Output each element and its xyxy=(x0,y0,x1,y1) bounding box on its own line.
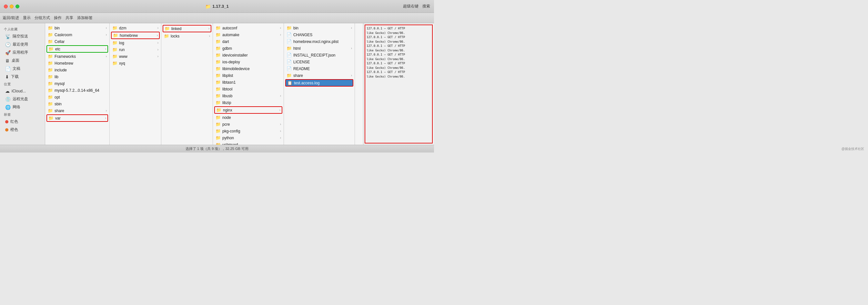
list-item[interactable]: 📁 automake › xyxy=(213,31,284,38)
list-item[interactable]: 📁 libusb › xyxy=(213,92,284,99)
list-item[interactable]: 📁 Homebrew xyxy=(45,60,110,66)
folder-icon: 📁 xyxy=(216,39,221,44)
folder-icon: 📁 xyxy=(48,32,53,37)
list-item[interactable]: 📄 README xyxy=(284,65,354,72)
search-button[interactable]: 搜索 xyxy=(423,4,430,9)
list-item[interactable]: 📄 INSTALL_RECEIPT.json xyxy=(284,52,354,58)
list-item[interactable]: 📁 bin › xyxy=(45,25,110,31)
preview-line: like Gecko) Chrome/86. xyxy=(367,57,431,62)
sidebar-item-downloads[interactable]: ⬇ 下载 xyxy=(1,73,43,81)
list-item-nginx[interactable]: 📁 nginx › xyxy=(214,106,282,114)
list-item[interactable]: 📁 locks › xyxy=(161,33,213,39)
sidebar-item-recents[interactable]: 🕐 最近使用 xyxy=(1,40,43,49)
sidebar-item-icloud[interactable]: ☁ iCloud... xyxy=(1,87,43,95)
list-item[interactable]: 📁 Frameworks › xyxy=(45,53,110,60)
folder-icon: 📁 xyxy=(216,142,221,145)
list-item[interactable]: 📁 libimobiledevice xyxy=(213,65,284,72)
list-item[interactable]: 📁 html › xyxy=(284,45,354,52)
sidebar-item-tag-orange[interactable]: 橙色 xyxy=(1,126,43,134)
list-item[interactable]: 📁 lib xyxy=(45,73,110,80)
folder-icon: 📁 xyxy=(216,135,221,140)
list-item-etc[interactable]: 📁 etc › xyxy=(46,45,108,53)
share-button[interactable]: 共享 xyxy=(65,15,73,21)
fullscreen-button[interactable] xyxy=(16,4,19,8)
folder-icon: 📁 xyxy=(112,26,118,30)
list-item[interactable]: 📁 pcre › xyxy=(213,121,284,128)
folder-icon: 📁 xyxy=(216,66,221,71)
list-item-homebrew[interactable]: 📁 homebrew › xyxy=(111,32,160,39)
list-item-changes[interactable]: 📄 CHANGES xyxy=(284,31,354,38)
list-item-var[interactable]: 📁 var › xyxy=(46,114,108,122)
sidebar-item-desktop[interactable]: 🖥 桌面 xyxy=(1,57,43,65)
preview-line: 127.0.0.1 – GET / HTTP xyxy=(367,35,431,40)
sidebar-item-tag-red-label: 红色 xyxy=(10,119,18,124)
list-item[interactable]: 📁 autoconf › xyxy=(213,25,284,31)
list-item[interactable]: 📁 libplist xyxy=(213,72,284,79)
close-button[interactable] xyxy=(4,4,8,8)
add-tag-button[interactable]: 添加标签 xyxy=(77,15,93,21)
list-item[interactable]: 📁 log › xyxy=(110,39,161,46)
list-item[interactable]: 📁 run › xyxy=(110,46,161,53)
list-item[interactable]: 📄 homebrew.mxcl.nginx.plist xyxy=(284,38,354,45)
list-item[interactable]: 📁 xyq xyxy=(110,60,161,66)
column-1: 📁 bin › 📁 Caskroom › 📁 Cellar 📁 etc › 📁 … xyxy=(45,23,110,145)
sidebar-item-documents[interactable]: 📄 文稿 xyxy=(1,65,43,73)
list-item-linked[interactable]: 📁 linked › xyxy=(163,25,211,32)
list-item[interactable]: 📁 opt xyxy=(45,94,110,101)
folder-icon: 📁 xyxy=(286,73,292,78)
list-item[interactable]: 📁 usbmuxd xyxy=(213,141,284,145)
folder-icon: 📁 xyxy=(216,115,221,120)
list-item[interactable]: 📁 ios-deploy xyxy=(213,58,284,65)
list-item[interactable]: 📁 mysql-5.7.2...0.14-x86_64 xyxy=(45,87,110,94)
list-item[interactable]: 📁 gdbm xyxy=(213,45,284,52)
list-item[interactable]: 📁 node xyxy=(213,114,284,121)
sidebar-item-airdrop-label: 隔空投送 xyxy=(12,34,28,39)
list-item[interactable]: 📁 libzip xyxy=(213,99,284,106)
column-2: 📁 dzm › 📁 homebrew › 📁 log › 📁 run › 📁 xyxy=(110,23,161,145)
list-item[interactable]: 📁 libtool xyxy=(213,86,284,92)
sidebar-item-applications[interactable]: 🚀 应用程序 xyxy=(1,49,43,57)
list-item[interactable]: 📄 LICENSE xyxy=(284,58,354,65)
folder-icon: 📁 xyxy=(286,46,292,51)
tags-section-title: 标签 xyxy=(0,111,45,118)
sidebar-item-remote-disc[interactable]: 💿 远程光盘 xyxy=(1,95,43,103)
super-right-key-button[interactable]: 超级右键 xyxy=(403,4,418,9)
column-5: 📁 bin › 📄 CHANGES 📄 homebrew.mxcl.nginx.… xyxy=(284,23,355,145)
list-item[interactable]: 📁 www › xyxy=(110,53,161,60)
list-item[interactable]: 📁 Caskroom › xyxy=(45,31,110,38)
sidebar-item-tag-orange-label: 橙色 xyxy=(10,127,18,133)
display-button[interactable]: 显示 xyxy=(23,15,31,21)
list-item[interactable]: 📁 sbin xyxy=(45,101,110,107)
sidebar-item-network[interactable]: 🌐 网络 xyxy=(1,103,43,111)
list-item[interactable]: 📁 pkg-config › xyxy=(213,128,284,134)
folder-icon: 📁 xyxy=(216,108,221,112)
list-item[interactable]: 📁 mysql xyxy=(45,80,110,87)
sidebar-item-applications-label: 应用程序 xyxy=(12,50,28,55)
folder-icon: 📁 xyxy=(164,26,170,31)
list-item[interactable]: 📁 python › xyxy=(213,134,284,141)
sidebar-item-airdrop[interactable]: 📡 隔空投送 xyxy=(1,32,43,40)
list-item[interactable]: 📁 share › xyxy=(45,107,110,114)
list-item[interactable]: 📁 share › xyxy=(284,72,354,79)
tag-red-dot xyxy=(5,120,8,123)
list-item[interactable]: 📁 Cellar xyxy=(45,38,110,45)
sidebar-item-icloud-label: iCloud... xyxy=(11,89,26,93)
list-item[interactable]: 📁 dzm › xyxy=(110,25,161,31)
list-item-include[interactable]: 📁 include xyxy=(45,66,110,73)
sidebar-item-tag-red[interactable]: 红色 xyxy=(1,118,43,126)
folder-icon: 📁 xyxy=(164,34,169,38)
action-button[interactable]: 操作 xyxy=(54,15,62,21)
sidebar-item-desktop-label: 桌面 xyxy=(11,58,19,63)
list-item[interactable]: 📁 bin › xyxy=(284,25,354,31)
list-item[interactable]: 📁 libtasn1 xyxy=(213,79,284,86)
preview-line: 127.0.0.1 – GET / HTTP xyxy=(367,61,431,66)
desktop-icon: 🖥 xyxy=(5,58,10,63)
group-button[interactable]: 分组方式 xyxy=(34,15,50,21)
back-forward-button[interactable]: 返回/前进 xyxy=(3,15,19,21)
list-item-test-access-log[interactable]: 📋 test.access.log xyxy=(285,79,353,87)
folder-icon: 📁 xyxy=(48,108,53,113)
list-item[interactable]: 📁 ideviceinstaller xyxy=(213,52,284,58)
sidebar-item-recents-label: 最近使用 xyxy=(12,42,28,47)
list-item[interactable]: 📁 dart xyxy=(213,38,284,45)
minimize-button[interactable] xyxy=(10,4,13,8)
